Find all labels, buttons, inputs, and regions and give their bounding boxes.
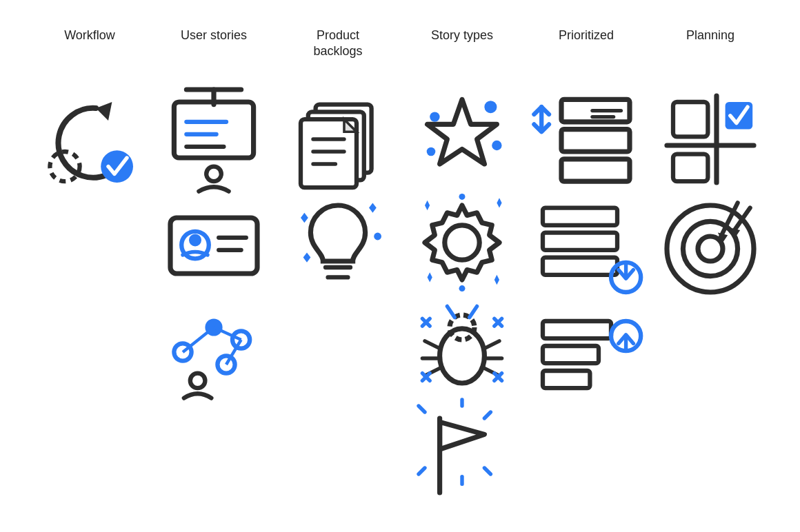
svg-rect-41: [543, 207, 617, 225]
svg-line-78: [484, 468, 490, 474]
svg-point-17: [430, 112, 439, 121]
icon-col5-empty-4: [524, 405, 648, 494]
icon-planning-empty-3: [648, 301, 772, 391]
icon-planning-1: [648, 94, 772, 184]
header-story-types: Story types: [400, 28, 524, 81]
icon-col3-empty-4: [276, 405, 400, 494]
svg-point-15: [484, 101, 497, 113]
svg-rect-70: [543, 371, 590, 388]
icon-product-backlogs-empty-3: [276, 301, 400, 391]
icon-user-stories-1: [152, 94, 276, 184]
svg-point-8: [206, 166, 221, 181]
svg-rect-43: [543, 257, 617, 274]
svg-point-16: [492, 141, 501, 150]
svg-point-39: [459, 194, 466, 200]
icon-workflow-empty-3: [28, 301, 152, 391]
svg-line-76: [419, 468, 425, 474]
svg-point-1: [101, 150, 133, 183]
svg-rect-23: [561, 159, 630, 181]
svg-line-73: [419, 406, 425, 412]
icon-story-types-3: [400, 301, 524, 391]
icon-planning-2: [648, 198, 772, 287]
svg-rect-2: [174, 102, 253, 158]
icon-story-types-2: [400, 198, 524, 287]
icon-product-backlogs: [276, 94, 400, 184]
header-workflow: Workflow: [28, 28, 152, 81]
icon-col1-empty-4: [28, 405, 152, 494]
svg-point-18: [427, 147, 436, 156]
row-4: [0, 405, 800, 508]
icon-prioritized-3: [524, 301, 648, 391]
svg-point-58: [440, 329, 485, 383]
icon-user-stories-2: [152, 198, 276, 287]
svg-line-60: [447, 306, 454, 317]
svg-rect-68: [543, 321, 611, 338]
icon-story-types-1: [400, 94, 524, 184]
svg-line-54: [183, 327, 214, 352]
svg-rect-27: [673, 102, 708, 136]
icon-user-stories-3: [152, 301, 276, 391]
icon-workflow: [28, 94, 152, 184]
icon-col6-empty-4: [648, 405, 772, 494]
icon-col2-empty-4: [152, 405, 276, 494]
icon-workflow-empty-2: [28, 198, 152, 287]
svg-point-37: [374, 232, 381, 240]
svg-rect-69: [543, 346, 599, 363]
svg-rect-42: [543, 232, 617, 249]
svg-point-32: [189, 234, 201, 246]
icon-prioritized-2: [524, 198, 648, 287]
header-planning: Planning: [648, 28, 772, 81]
icon-story-types-4: [400, 405, 524, 494]
icon-product-backlogs-2: [276, 198, 400, 287]
svg-point-57: [190, 373, 206, 388]
svg-point-46: [683, 221, 737, 276]
svg-line-65: [484, 341, 499, 349]
svg-rect-28: [673, 154, 708, 181]
svg-line-62: [425, 341, 440, 349]
header-product-backlogs: Productbacklogs: [276, 28, 400, 81]
header-prioritized: Prioritized: [524, 28, 648, 81]
svg-line-75: [484, 412, 490, 418]
svg-line-61: [470, 306, 477, 317]
icon-prioritized-1: [524, 94, 648, 184]
header-user-stories: User stories: [152, 28, 276, 81]
svg-point-38: [445, 225, 479, 260]
svg-point-47: [698, 236, 723, 261]
svg-rect-22: [561, 129, 630, 151]
